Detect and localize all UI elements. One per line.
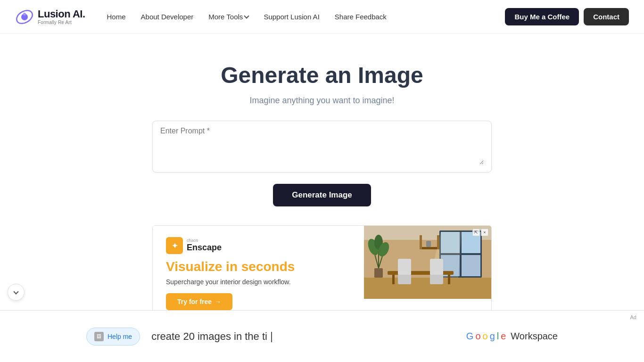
logo-icon: [15, 8, 34, 26]
ad-expand-button[interactable]: ⇱: [472, 229, 480, 236]
nav-support[interactable]: Support Lusion AI: [257, 9, 326, 25]
more-tools-chevron-icon: [244, 13, 249, 18]
svg-rect-28: [420, 235, 422, 249]
prompt-input[interactable]: [160, 127, 484, 165]
bottom-ad-bar: Ad 🖼 Help me create 20 images in the ti …: [0, 310, 644, 341]
logo-link[interactable]: Lusion AI. Formally Re Art: [15, 8, 85, 26]
ad-controls: ⇱ ×: [472, 229, 488, 236]
bottom-ad-inner: 🖼 Help me create 20 images in the ti Goo…: [86, 328, 558, 341]
svg-rect-17: [398, 275, 411, 284]
help-icon: 🖼: [94, 332, 104, 341]
nav-home[interactable]: Home: [100, 9, 132, 25]
help-me-button[interactable]: 🖼 Help me: [86, 328, 140, 341]
bottom-ad-text: create 20 images in the ti: [151, 330, 466, 341]
bottom-ad-label: Ad: [630, 314, 636, 320]
workspace-text: Workspace: [511, 331, 558, 341]
nav-feedback[interactable]: Share Feedback: [328, 9, 393, 25]
contact-button[interactable]: Contact: [584, 8, 629, 25]
enscape-logo-icon: ✦: [166, 237, 183, 254]
nav-links: Home About Developer More Tools Support …: [100, 9, 505, 25]
svg-rect-11: [462, 255, 480, 276]
ad-brand-name: Enscape: [187, 243, 222, 253]
svg-rect-14: [392, 275, 395, 284]
svg-rect-20: [374, 268, 383, 278]
svg-rect-18: [430, 259, 443, 275]
cursor-icon: [271, 332, 272, 341]
svg-rect-30: [426, 241, 431, 247]
nav-more-tools[interactable]: More Tools: [202, 9, 255, 25]
ad-logo-row: ✦ chaos Enscape: [166, 237, 351, 254]
hero-title: Generate an Image: [221, 62, 423, 88]
svg-rect-27: [421, 247, 439, 249]
ad-headline: Visualize in seconds: [166, 260, 351, 274]
main-content: Generate an Image Imagine anything you w…: [0, 34, 644, 341]
scroll-chevron-icon: [13, 289, 18, 294]
svg-rect-19: [430, 275, 443, 284]
svg-rect-15: [448, 275, 450, 284]
svg-rect-5: [364, 278, 491, 299]
ad-arrow-icon: →: [215, 298, 221, 305]
svg-rect-29: [437, 235, 439, 249]
nav-cta: Buy Me a Coffee Contact: [505, 8, 629, 25]
prompt-container: [152, 121, 492, 173]
ad-room-scene: [364, 226, 491, 299]
brand-sub: Formally Re Art: [38, 20, 85, 25]
ad-left: ✦ chaos Enscape Visualize in seconds Sup…: [153, 226, 364, 321]
navbar: Lusion AI. Formally Re Art Home About De…: [0, 0, 644, 34]
nav-about-developer[interactable]: About Developer: [134, 9, 200, 25]
svg-point-2: [23, 13, 26, 16]
brand-name: Lusion AI.: [38, 8, 85, 20]
ad-try-free-button[interactable]: Try for free →: [166, 293, 232, 310]
ad-brand-text: chaos Enscape: [187, 239, 222, 253]
google-workspace-label: Google Workspace: [466, 331, 558, 341]
ad-subtext: Supercharge your interior design workflo…: [166, 278, 351, 286]
svg-rect-13: [388, 271, 454, 275]
generate-image-button[interactable]: Generate Image: [273, 184, 371, 206]
hero-subtitle: Imagine anything you want to imagine!: [249, 96, 394, 106]
buy-coffee-button[interactable]: Buy Me a Coffee: [505, 8, 579, 25]
ad-right-image: ⇱ ×: [364, 226, 491, 321]
ad-close-button[interactable]: ×: [481, 229, 488, 236]
scroll-down-button[interactable]: [8, 284, 25, 301]
ad-banner: ✦ chaos Enscape Visualize in seconds Sup…: [152, 225, 492, 322]
svg-rect-16: [398, 259, 411, 275]
